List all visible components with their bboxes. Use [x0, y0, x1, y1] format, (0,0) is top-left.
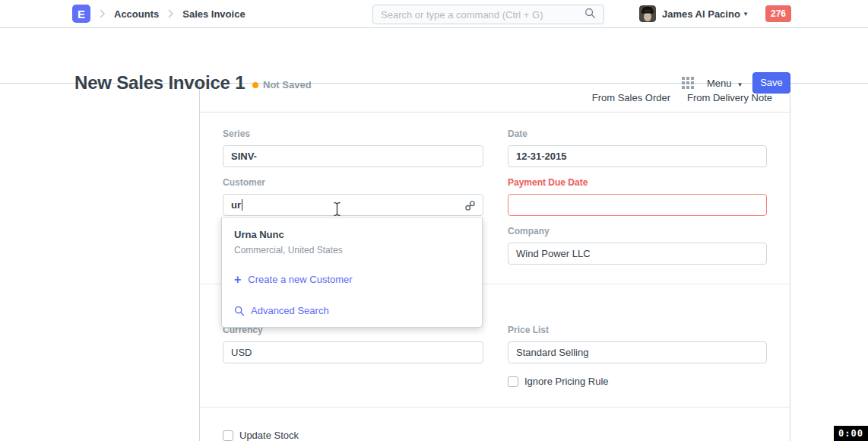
customer-option-title: Urna Nunc: [234, 229, 343, 240]
customer-autocomplete-dropdown: Urna Nunc Commercial, United States + Cr…: [221, 217, 483, 328]
payment-due-date-field: Payment Due Date: [508, 177, 767, 216]
company-input[interactable]: [508, 243, 767, 265]
company-label: Company: [508, 226, 767, 236]
global-search[interactable]: [372, 5, 604, 24]
from-sales-order-button[interactable]: From Sales Order: [592, 92, 670, 103]
company-field: Company: [508, 226, 767, 265]
customer-option-urna-nunc[interactable]: Urna Nunc Commercial, United States: [234, 229, 343, 255]
advanced-search-button[interactable]: Advanced Search: [234, 305, 329, 316]
date-label: Date: [508, 128, 767, 139]
create-new-customer-button[interactable]: + Create a new Customer: [234, 274, 353, 285]
customer-field: Customer ur: [223, 177, 483, 216]
date-field: Date: [508, 128, 767, 167]
recording-timer: 0:00: [834, 426, 868, 441]
notification-badge[interactable]: 276: [765, 5, 791, 22]
customer-input[interactable]: ur: [223, 194, 483, 216]
series-field: Series: [223, 128, 483, 167]
app-logo-letter: E: [78, 8, 85, 21]
text-caret: [242, 199, 242, 211]
customer-label: Customer: [223, 177, 483, 188]
app-logo[interactable]: E: [72, 5, 90, 23]
save-button[interactable]: Save: [752, 72, 790, 94]
price-list-label: Price List: [508, 325, 767, 335]
create-new-customer-label: Create a new Customer: [248, 274, 352, 285]
series-input[interactable]: [223, 145, 483, 167]
save-status: Not Saved: [252, 79, 312, 90]
avatar: [639, 5, 656, 22]
status-text: Not Saved: [263, 79, 312, 90]
section-divider: [200, 407, 790, 408]
breadcrumb-accounts[interactable]: Accounts: [114, 8, 159, 20]
customer-input-value: ur: [231, 199, 241, 211]
breadcrumb-sales-invoice[interactable]: Sales Invoice: [182, 8, 245, 20]
update-stock-checkbox[interactable]: Update Stock: [223, 430, 299, 441]
breadcrumb: E Accounts Sales Invoice: [72, 0, 246, 27]
chevron-down-icon: ▾: [744, 10, 748, 17]
top-navbar: E Accounts Sales Invoice James Al Pacino…: [0, 0, 868, 28]
link-icon[interactable]: [464, 200, 476, 214]
search-icon: [584, 8, 596, 22]
advanced-search-label: Advanced Search: [251, 305, 329, 316]
payment-due-date-label: Payment Due Date: [508, 177, 767, 188]
grid-menu-icon[interactable]: [682, 77, 694, 89]
chevron-right-icon: [99, 9, 106, 18]
menu-button[interactable]: Menu ▾: [707, 78, 742, 89]
series-label: Series: [223, 128, 483, 139]
price-list-input[interactable]: [508, 341, 767, 363]
checkbox-icon: [508, 376, 518, 387]
price-list-field: Price List: [508, 325, 767, 363]
checkbox-icon: [223, 430, 233, 441]
chevron-right-icon: [167, 9, 174, 18]
chevron-down-icon: ▾: [738, 81, 742, 88]
update-stock-label: Update Stock: [239, 430, 299, 441]
date-input[interactable]: [508, 145, 767, 167]
from-delivery-note-button[interactable]: From Delivery Note: [687, 92, 772, 103]
payment-due-date-input[interactable]: [508, 194, 767, 216]
search-icon: [234, 306, 245, 316]
user-menu[interactable]: James Al Pacino ▾: [639, 0, 747, 27]
user-name: James Al Pacino: [662, 8, 740, 20]
customer-option-subtitle: Commercial, United States: [234, 245, 343, 255]
currency-input[interactable]: [223, 341, 483, 363]
plus-icon: +: [234, 274, 241, 285]
page-header: New Sales Invoice 1 Not Saved Menu ▾ Sav…: [0, 28, 868, 84]
ignore-pricing-rule-checkbox[interactable]: Ignore Pricing Rule: [508, 376, 767, 387]
page-title: New Sales Invoice 1: [74, 72, 245, 94]
global-search-input[interactable]: [381, 9, 584, 21]
ignore-pricing-rule-label: Ignore Pricing Rule: [524, 376, 609, 387]
status-dot-icon: [252, 82, 258, 88]
currency-field: Currency: [223, 325, 483, 363]
